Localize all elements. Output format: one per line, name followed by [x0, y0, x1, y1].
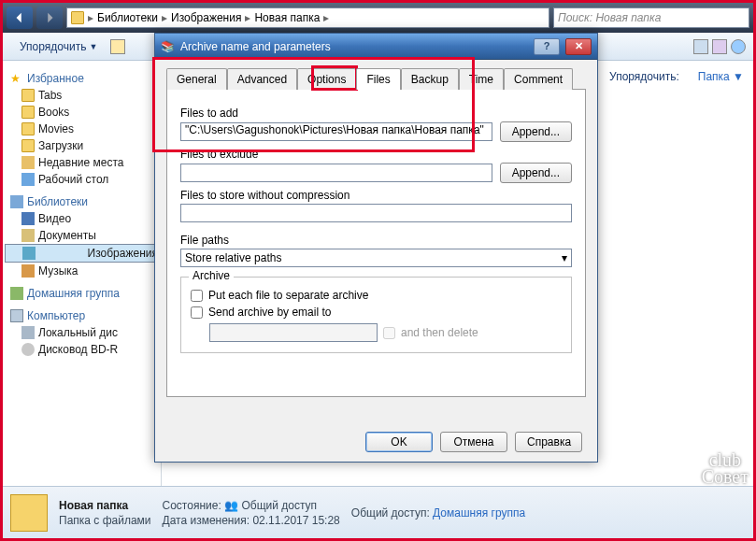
- tab-files[interactable]: Files: [356, 68, 400, 90]
- watermark: club Совет: [702, 451, 749, 485]
